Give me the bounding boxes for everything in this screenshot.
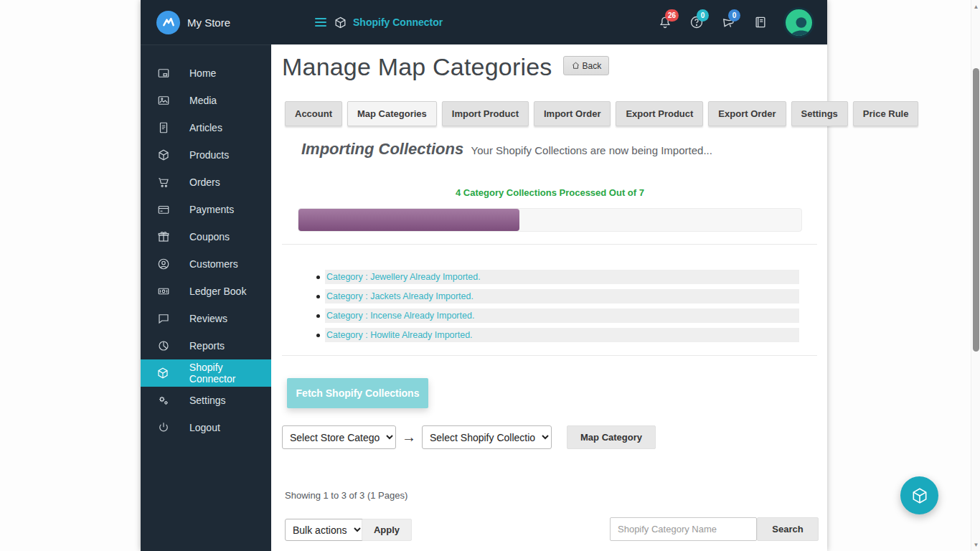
sidebar-item-label: Payments xyxy=(189,204,234,215)
cube-icon xyxy=(910,486,929,505)
bulk-actions-select[interactable]: Bulk actions xyxy=(285,519,364,541)
progress-bar-track xyxy=(298,208,802,232)
sidebar-item-coupons[interactable]: Coupons xyxy=(141,223,271,250)
pie-chart-icon xyxy=(156,339,170,353)
sidebar-item-label: Orders xyxy=(189,176,220,188)
import-message: Category : Howlite Already Imported. xyxy=(325,328,799,342)
list-item: Category : Jewellery Already Imported. xyxy=(316,270,819,284)
notifications-bell-icon[interactable]: 26 xyxy=(658,15,672,29)
sidebar: Home Media Articles Products xyxy=(141,44,271,551)
person-circle-icon xyxy=(156,258,170,271)
main-content: Manage Map Categories Back Account Map C… xyxy=(271,44,827,551)
sidebar-item-label: Coupons xyxy=(189,231,230,242)
cart-icon xyxy=(156,176,170,189)
tab-settings[interactable]: Settings xyxy=(791,101,848,126)
sidebar-item-products[interactable]: Products xyxy=(141,141,271,169)
back-label: Back xyxy=(583,61,602,71)
cube-icon xyxy=(156,367,170,380)
map-category-button[interactable]: Map Category xyxy=(567,425,656,449)
shopify-collection-select[interactable]: Select Shopify Collection xyxy=(422,425,552,449)
cube-icon xyxy=(156,149,170,162)
banknote-icon xyxy=(156,285,170,298)
fetch-shopify-collections-button[interactable]: Fetch Shopify Collections xyxy=(287,378,428,408)
topbar: My Store Shopify Connector 26 xyxy=(141,0,827,44)
divider xyxy=(282,244,817,245)
home-icon xyxy=(571,61,580,70)
search-input[interactable] xyxy=(610,517,757,541)
announcements-badge: 0 xyxy=(728,9,740,22)
bottom-controls: Bulk actions Apply Search xyxy=(285,517,819,542)
tab-price-rule[interactable]: Price Rule xyxy=(853,101,919,126)
sidebar-item-home[interactable]: Home xyxy=(141,60,271,87)
importing-collections-title: Importing Collections xyxy=(301,140,463,158)
connector-title[interactable]: Shopify Connector xyxy=(353,17,443,28)
gears-icon xyxy=(156,394,170,408)
sidebar-item-label: Media xyxy=(189,95,217,106)
sidebar-item-ledger-book[interactable]: Ledger Book xyxy=(141,278,271,305)
store-name: My Store xyxy=(187,17,230,29)
import-message: Category : Incense Already Imported. xyxy=(325,309,799,323)
store-category-select[interactable]: Select Store Category xyxy=(282,425,396,449)
credit-card-icon xyxy=(156,203,170,217)
tab-export-product[interactable]: Export Product xyxy=(616,101,703,126)
import-message: Category : Jewellery Already Imported. xyxy=(325,270,799,284)
app-window: My Store Shopify Connector 26 xyxy=(141,0,827,551)
tab-import-product[interactable]: Import Product xyxy=(442,101,529,126)
sidebar-item-label: Shopify Connector xyxy=(189,362,271,385)
progress-fill xyxy=(298,209,519,231)
docs-book-icon[interactable] xyxy=(753,15,768,29)
bullet-icon xyxy=(316,276,320,279)
sidebar-item-label: Reviews xyxy=(189,313,227,324)
list-item: Category : Howlite Already Imported. xyxy=(316,328,819,342)
sidebar-item-media[interactable]: Media xyxy=(141,87,271,114)
browser-viewport: My Store Shopify Connector 26 xyxy=(0,0,980,551)
scrollbar-thumb[interactable] xyxy=(973,68,979,352)
help-icon[interactable]: 0 xyxy=(689,15,704,29)
sidebar-item-shopify-connector[interactable]: Shopify Connector xyxy=(141,359,271,387)
sidebar-item-label: Customers xyxy=(189,258,238,270)
importing-collections-subtitle: Your Shopify Collections are now being I… xyxy=(471,144,712,156)
announcements-megaphone-icon[interactable]: 0 xyxy=(721,15,736,30)
tab-bar: Account Map Categories Import Product Im… xyxy=(285,101,923,126)
sidebar-item-settings[interactable]: Settings xyxy=(141,387,271,414)
tab-account[interactable]: Account xyxy=(285,101,342,126)
sidebar-item-label: Ledger Book xyxy=(189,286,246,297)
sidebar-item-label: Reports xyxy=(189,340,225,352)
sidebar-item-reports[interactable]: Reports xyxy=(141,332,271,359)
import-message: Category : Jackets Already Imported. xyxy=(325,289,799,303)
menu-toggle-icon[interactable] xyxy=(315,16,326,29)
tab-map-categories[interactable]: Map Categories xyxy=(347,101,437,126)
scroll-down-arrow[interactable]: ▼ xyxy=(971,540,980,550)
sidebar-item-payments[interactable]: Payments xyxy=(141,196,271,223)
sidebar-item-reviews[interactable]: Reviews xyxy=(141,305,271,332)
tab-export-order[interactable]: Export Order xyxy=(708,101,786,126)
bullet-icon xyxy=(316,334,320,337)
category-mapping-row: Select Store Category → Select Shopify C… xyxy=(282,425,656,449)
chat-bubble-icon xyxy=(156,312,170,326)
sidebar-item-customers[interactable]: Customers xyxy=(141,250,271,278)
sidebar-item-label: Home xyxy=(189,67,216,79)
search-button[interactable]: Search xyxy=(757,517,819,541)
page-title: Manage Map Categories xyxy=(282,53,552,81)
notifications-badge: 26 xyxy=(665,9,679,22)
connector-fab-button[interactable] xyxy=(900,476,938,514)
back-button[interactable]: Back xyxy=(563,56,610,75)
window-icon xyxy=(156,67,170,80)
scroll-up-arrow[interactable]: ▲ xyxy=(971,1,980,11)
help-badge: 0 xyxy=(697,9,709,22)
list-item: Category : Jackets Already Imported. xyxy=(316,289,819,303)
apply-button[interactable]: Apply xyxy=(362,519,412,541)
sidebar-item-label: Articles xyxy=(189,122,222,133)
page-head: Manage Map Categories Back xyxy=(282,53,609,81)
arrow-right-icon: → xyxy=(402,429,416,446)
scrollbar[interactable]: ▲ ▼ xyxy=(971,0,980,551)
import-message-list: Category : Jewellery Already Imported. C… xyxy=(316,270,819,347)
topbar-actions: 26 0 0 xyxy=(641,0,814,44)
user-avatar[interactable] xyxy=(783,7,814,38)
sidebar-item-logout[interactable]: Logout xyxy=(141,414,271,441)
bullet-icon xyxy=(316,314,320,318)
store-logo[interactable] xyxy=(156,11,180,34)
tab-import-order[interactable]: Import Order xyxy=(534,101,611,126)
sidebar-item-articles[interactable]: Articles xyxy=(141,114,271,141)
sidebar-item-orders[interactable]: Orders xyxy=(141,169,271,196)
